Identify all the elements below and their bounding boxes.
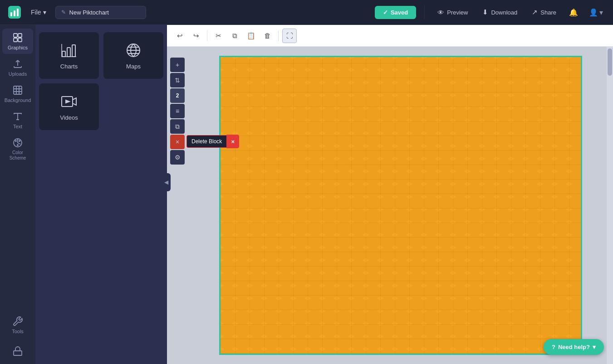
scrollbar-track[interactable] [607,47,613,364]
block-controls: + ⇅ 2 ≡ ⧉ × Delete Block [167,56,188,166]
redo-button[interactable]: ↪ [189,29,203,43]
sidebar-item-color-scheme[interactable]: Color Scheme [2,134,33,165]
sidebar-item-background[interactable]: Background [2,81,33,107]
paste-button[interactable]: 📋 [244,29,258,43]
block-number: 2 [170,88,185,103]
svg-rect-7 [18,38,22,42]
share-label: Share [540,9,556,16]
file-label: File [31,9,41,16]
move-block-button[interactable]: ⇅ [170,73,185,87]
delete-block-x-icon: × [231,138,235,145]
topbar-divider [424,5,425,19]
copy-button[interactable]: ⧉ [227,29,242,43]
sidebar-text-label: Text [13,124,22,129]
filter-block-icon: ≡ [176,107,179,115]
cut-button[interactable]: ✂ [211,29,226,43]
svg-rect-5 [18,34,22,37]
main-layout: Graphics Uploads Background Text [0,25,613,364]
user-chevron-icon: ▾ [599,8,603,17]
share-icon: ↗ [532,8,538,16]
file-menu[interactable]: File ▾ [27,7,50,18]
share-action[interactable]: ↗ Share [527,5,561,19]
need-help-icon: ? [552,344,555,350]
canvas-scroll[interactable]: + ⇅ 2 ≡ ⧉ × Delete Block [167,47,613,364]
filter-block-button[interactable]: ≡ [170,104,185,118]
preview-action[interactable]: 👁 Preview [433,6,472,19]
user-avatar-icon: 👤 [589,8,598,17]
check-icon: ✓ [383,9,388,16]
canvas-background-pattern [221,57,581,354]
saved-button[interactable]: ✓ Saved [375,6,416,19]
panel-card-videos[interactable]: Videos [39,83,99,130]
duplicate-block-button[interactable]: ⧉ [170,119,185,134]
need-help-chevron: ▾ [593,344,596,350]
svg-rect-16 [72,45,75,57]
panel-videos-label: Videos [60,114,78,121]
user-menu[interactable]: 👤 ▾ [586,6,606,19]
svg-rect-8 [14,86,22,94]
svg-rect-6 [14,38,17,42]
panel-charts-label: Charts [60,63,78,70]
sidebar-graphics-label: Graphics [8,45,28,50]
svg-point-12 [17,144,19,146]
collapse-icon: ◀ [167,179,168,185]
svg-rect-3 [17,9,19,16]
edit-icon: ✎ [61,9,66,15]
delete-block-label: Delete Block [186,135,226,148]
saved-label: Saved [391,9,408,16]
svg-rect-13 [14,351,22,355]
move-block-icon: ⇅ [175,77,180,84]
notifications-icon[interactable]: 🔔 [566,6,581,19]
toolbar-divider-1 [207,30,207,41]
download-icon: ⬇ [482,8,488,16]
canvas-content [219,56,582,355]
sidebar-color-scheme-label: Color Scheme [4,150,31,161]
undo-button[interactable]: ↩ [172,29,187,43]
sidebar-uploads-label: Uploads [9,71,27,77]
panel-card-charts[interactable]: Charts [39,32,99,79]
delete-block-btn-icon: × [176,138,179,146]
toolbar: ↩ ↪ ✂ ⧉ 📋 🗑 ⛶ [167,25,613,47]
sidebar-background-label: Background [5,97,31,103]
panel-grid: Charts Maps Videos [39,32,163,130]
download-label: Download [491,9,517,16]
block-number-label: 2 [176,92,179,99]
need-help-button[interactable]: ? Need help? ▾ [544,339,604,355]
logo [7,5,22,19]
settings-block-icon: ⚙ [175,154,181,161]
need-help-label: Need help? [558,344,590,350]
toolbar-divider-2 [278,30,279,41]
download-action[interactable]: ⬇ Download [478,5,522,19]
title-input[interactable]: ✎ New Piktochart [55,6,146,19]
delete-button[interactable]: 🗑 [260,29,275,43]
file-chevron-icon: ▾ [43,9,46,16]
scrollbar-thumb[interactable] [608,49,612,76]
sidebar-item-uploads[interactable]: Uploads [2,55,33,80]
svg-rect-15 [67,48,70,57]
svg-point-10 [15,140,17,142]
svg-point-11 [19,140,20,142]
panel-collapse-button[interactable]: ◀ [167,173,171,191]
preview-label: Preview [447,9,468,16]
sidebar-item-graphics[interactable]: Graphics [2,29,33,54]
sidebar-item-tools[interactable]: Tools [2,312,33,338]
canvas-area: ↩ ↪ ✂ ⧉ 📋 🗑 ⛶ + ⇅ 2 [167,25,613,364]
preview-icon: 👁 [437,9,444,16]
svg-rect-14 [62,51,65,57]
delete-block-button[interactable]: × Delete Block × [170,135,185,149]
add-block-icon: + [176,61,179,68]
delete-block-confirm-button[interactable]: × [226,135,239,148]
svg-rect-2 [14,10,15,16]
sidebar-item-text[interactable]: Text [2,107,33,133]
svg-rect-4 [14,34,17,37]
resize-button[interactable]: ⛶ [282,29,297,43]
add-block-button[interactable]: + [170,58,185,72]
sidebar-item-brand[interactable] [2,342,33,360]
title-value: New Piktochart [69,9,109,16]
duplicate-block-icon: ⧉ [175,123,180,131]
panel-card-maps[interactable]: Maps [103,32,163,79]
canvas-page[interactable] [219,56,582,355]
topbar: File ▾ ✎ New Piktochart ✓ Saved 👁 Previe… [0,0,613,25]
settings-block-button[interactable]: ⚙ [170,150,185,165]
sidebar: Graphics Uploads Background Text [0,25,35,364]
